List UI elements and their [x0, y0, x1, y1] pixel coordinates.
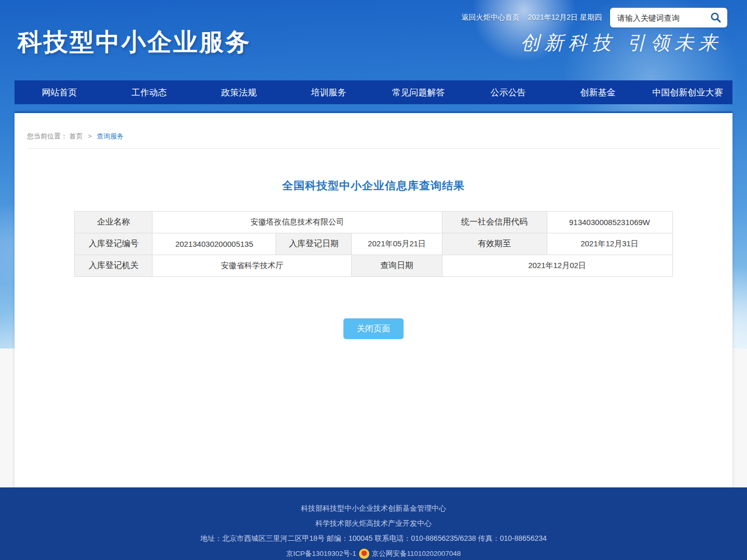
registration-number-value: 202134030200005135: [153, 233, 276, 255]
registration-date-label: 入库登记日期: [276, 233, 352, 255]
nav-item-policies[interactable]: 政策法规: [194, 80, 284, 104]
credit-code-label: 统一社会信用代码: [442, 212, 547, 233]
breadcrumb-separator: >: [88, 132, 92, 140]
footer-org-line1: 科技部科技型中小企业技术创新基金管理中心: [301, 503, 446, 513]
nav-item-work-news[interactable]: 工作动态: [104, 80, 194, 104]
search-box[interactable]: [610, 8, 727, 27]
valid-until-label: 有效期至: [442, 233, 547, 255]
breadcrumb-prefix: 您当前位置：: [27, 132, 67, 140]
registration-date-value: 2021年05月21日: [352, 233, 442, 255]
table-row: 企业名称 安徽塔孜信息技术有限公司 统一社会信用代码 9134030008523…: [75, 212, 672, 233]
search-icon: [710, 18, 722, 25]
nav-item-faq[interactable]: 常见问题解答: [374, 80, 463, 104]
valid-until-value: 2021年12月31日: [547, 233, 672, 255]
search-input[interactable]: [616, 13, 709, 23]
nav-item-competition[interactable]: 中国创新创业大赛: [643, 80, 732, 104]
registration-authority-value: 安徽省科学技术厅: [153, 255, 352, 277]
breadcrumb-divider: [27, 148, 720, 149]
query-date-value: 2021年12月02日: [442, 255, 672, 277]
company-name-value: 安徽塔孜信息技术有限公司: [153, 212, 442, 233]
page-wrapper: 科技型中小企业服务 返回火炬中心首页 2021年12月2日 星期四 创新科技 引…: [0, 0, 747, 487]
company-name-label: 企业名称: [75, 212, 153, 233]
breadcrumb: 您当前位置： 首页 > 查询服务: [15, 113, 732, 148]
content-panel: 您当前位置： 首页 > 查询服务 全国科技型中小企业信息库查询结果 企业名称 安…: [15, 111, 732, 487]
nav-item-home[interactable]: 网站首页: [15, 80, 104, 104]
credit-code-value: 91340300085231069W: [547, 212, 672, 233]
breadcrumb-home-link[interactable]: 首页: [70, 132, 83, 140]
public-security-record-link[interactable]: 京公网安备11010202007048: [372, 549, 461, 558]
main-navigation: 网站首页 工作动态 政策法规 培训服务 常见问题解答 公示公告 创新基金 中国创…: [15, 80, 732, 104]
police-badge-icon: [359, 549, 369, 559]
site-footer: 科技部科技型中小企业技术创新基金管理中心 科学技术部火炬高技术产业开发中心 地址…: [0, 487, 747, 560]
footer-record-line: 京ICP备13019302号-1 京公网安备11010202007048: [286, 549, 461, 559]
back-to-torch-center-link[interactable]: 返回火炬中心首页: [462, 13, 520, 22]
close-page-button[interactable]: 关闭页面: [343, 318, 404, 339]
registration-authority-label: 入库登记机关: [75, 255, 153, 277]
header-date: 2021年12月2日 星期四: [528, 13, 602, 22]
search-button[interactable]: [709, 11, 723, 24]
footer-contact-line: 地址：北京市西城区三里河二区甲18号 邮编：100045 联系电话：010-88…: [200, 534, 547, 543]
site-logo: 科技型中小企业服务: [18, 26, 251, 59]
nav-item-innovation-fund[interactable]: 创新基金: [553, 80, 643, 104]
registration-number-label: 入库登记编号: [75, 233, 153, 255]
footer-org-line2: 科学技术部火炬高技术产业开发中心: [315, 519, 432, 528]
result-title: 全国科技型中小企业信息库查询结果: [15, 178, 732, 193]
site-header: 科技型中小企业服务 返回火炬中心首页 2021年12月2日 星期四 创新科技 引…: [0, 0, 747, 80]
header-utility-bar: 返回火炬中心首页 2021年12月2日 星期四: [462, 8, 727, 27]
nav-item-announcements[interactable]: 公示公告: [463, 80, 553, 104]
query-result-table: 企业名称 安徽塔孜信息技术有限公司 统一社会信用代码 9134030008523…: [74, 211, 672, 277]
query-date-label: 查询日期: [352, 255, 442, 277]
table-row: 入库登记机关 安徽省科学技术厅 查询日期 2021年12月02日: [75, 255, 672, 277]
nav-item-training[interactable]: 培训服务: [284, 80, 374, 104]
breadcrumb-current-link[interactable]: 查询服务: [96, 132, 123, 140]
icp-record-link[interactable]: 京ICP备13019302号-1: [286, 549, 356, 558]
header-slogan: 创新科技 引领未来: [520, 30, 722, 56]
table-row: 入库登记编号 202134030200005135 入库登记日期 2021年05…: [75, 233, 672, 255]
